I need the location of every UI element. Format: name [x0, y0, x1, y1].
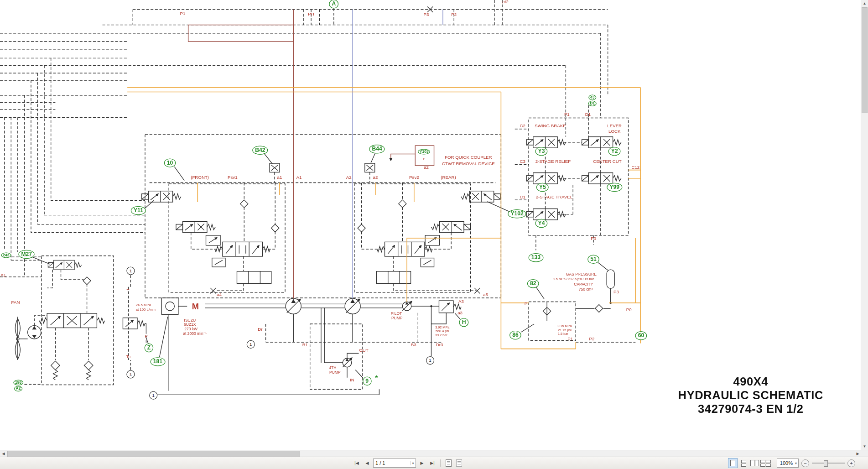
page-number-input[interactable] — [374, 460, 410, 466]
continuous-view-icon — [741, 460, 746, 467]
schematic-label-a1: A1 — [296, 176, 301, 180]
next-view-button[interactable] — [454, 459, 463, 468]
component-badge-y4: Y4 — [535, 219, 548, 228]
schematic-label-t: T — [126, 288, 129, 293]
schematic-label-1-5-mpa-217-5-psi-15-bar: 1.5 MPa / 217.5 psi / 15 bar — [553, 277, 594, 281]
page-number-field[interactable]: ▾ — [373, 459, 416, 468]
schematic-label-b3: B3 — [411, 343, 416, 347]
vertical-scrollbar[interactable]: ▲ ▼ — [861, 0, 868, 450]
last-page-button[interactable]: ▶| — [428, 459, 437, 468]
title-block: 490X4 HYDRAULIC SCHEMATIC 34279074-3 EN … — [678, 374, 823, 416]
continuous-view-button[interactable] — [739, 458, 748, 468]
schematic-label-1-5-bar: 1.5 bar — [558, 332, 568, 335]
component-badge-z: Z — [145, 344, 154, 352]
scroll-down-button[interactable]: ▼ — [861, 443, 868, 450]
component-badge-a: A — [329, 0, 338, 8]
page-navigation-group: |◀ ◀ ▾ ▶ ▶| — [352, 458, 463, 468]
single-page-icon — [730, 460, 735, 466]
component-badge-43: 43 — [588, 95, 596, 100]
schematic-label-a2: a2 — [424, 166, 429, 170]
first-page-button[interactable]: |◀ — [352, 459, 361, 468]
schematic-label-c3: C3 — [520, 160, 525, 164]
schematic-label-front: (FRONT) — [191, 176, 209, 180]
scroll-right-button[interactable]: ▶ — [854, 450, 861, 457]
two-page-icon-left — [750, 460, 754, 466]
previous-page-button[interactable]: ◀ — [363, 459, 372, 468]
scroll-left-button[interactable]: ◀ — [0, 450, 7, 457]
port-marker-1: 1 — [149, 391, 157, 399]
schematic-label-pump: PUMP — [391, 316, 403, 319]
component-badge-86: 86 — [509, 331, 521, 339]
component-badge-y103: Y103 — [418, 149, 430, 154]
schematic-label-tc: Tc — [126, 355, 131, 360]
two-page-continuous-view-button[interactable] — [761, 458, 770, 468]
vertical-scroll-thumb[interactable] — [862, 7, 868, 113]
zoom-out-button[interactable]: − — [801, 459, 809, 467]
schematic-label-c2: C2 — [520, 124, 525, 129]
zoom-dropdown-caret-icon[interactable]: ▾ — [795, 461, 797, 465]
schematic-label-m: M — [192, 302, 199, 310]
schematic-label-out: OUT — [359, 348, 369, 353]
schematic-label-270-kw: 270 kW — [184, 327, 198, 331]
schematic-label-swing-brake: SWING BRAKE — [535, 124, 566, 129]
component-badge-a2: A2 — [14, 386, 22, 391]
two-page-view-button[interactable] — [750, 458, 759, 468]
component-badge-181: 181 — [151, 357, 165, 366]
schematic-label-0-15-mpa: 0.15 MPa — [557, 324, 572, 328]
schematic-label-psv1: Psv1 — [228, 176, 238, 180]
schematic-label-fan: FAN — [11, 301, 20, 305]
port-marker-1: 1 — [126, 370, 135, 378]
zoom-slider[interactable] — [812, 459, 845, 468]
component-badge-b44: B44 — [369, 145, 385, 153]
page-dropdown-caret-icon[interactable]: ▾ — [410, 461, 416, 465]
component-badge-d1: D1 — [588, 101, 597, 106]
single-page-view-button[interactable] — [728, 458, 738, 468]
schematic-label-isuzu: ISUZU — [184, 318, 196, 322]
schematic-label-d1: D1 — [585, 112, 591, 117]
zoom-level-field[interactable]: 100% ▾ — [777, 459, 799, 468]
two-page-continuous-icon-right — [766, 460, 771, 467]
schematic-label-p: P — [525, 302, 527, 306]
schematic-label-3-92-mpa: 3.92 MPa — [435, 326, 449, 329]
schematic-label-c1: C1 — [520, 195, 525, 199]
next-page-button[interactable]: ▶ — [417, 459, 426, 468]
component-badge-82: 82 — [527, 279, 539, 288]
component-badge-51: 51 — [587, 255, 599, 264]
schematic-label-at-100-l-min: at 100 L/min — [135, 308, 155, 312]
schematic-label-p0: P0 — [591, 236, 596, 241]
horizontal-scrollbar[interactable]: ◀ ▶ — [0, 450, 868, 457]
previous-page-icon: ◀ — [366, 461, 369, 465]
model-number: 490X4 — [678, 374, 823, 388]
schematic-label-at-2000-min: at 2000 min⁻¹ — [183, 331, 207, 335]
scroll-right-icon: ▶ — [856, 452, 859, 456]
schematic-label-for-quick-coupler: FOR QUICK COUPLER — [445, 156, 492, 160]
zoom-out-icon: − — [804, 461, 806, 466]
schematic-label-p2: P2 — [589, 337, 595, 342]
schematic-label-p1: P1 — [180, 11, 186, 16]
schematic-label-24-5-mpa: 24.5 MPa — [135, 303, 151, 307]
component-badge-198: 198 — [13, 380, 23, 386]
horizontal-scroll-thumb[interactable] — [7, 451, 300, 457]
component-badge-10: 10 — [164, 158, 176, 167]
schematic-label-dr: Dr — [258, 327, 262, 332]
port-marker-1: 1 — [247, 340, 255, 349]
schematic-label-a4: a4 — [217, 293, 222, 297]
port-marker-1: 1 — [426, 356, 434, 365]
pdf-viewer-window: P1PHP3P2pt2(FRONT)Psv1a1A1A2a2Psv2(REAR)… — [0, 0, 868, 469]
schematic-label-39-2-bar: 39.2 bar — [435, 334, 447, 337]
schematic-label-a1: a1 — [277, 176, 282, 180]
zoom-slider-track[interactable] — [812, 463, 845, 464]
previous-view-button[interactable] — [444, 459, 453, 468]
schematic-label-a3: A3 — [458, 300, 464, 304]
schematic-label-psv2: Psv2 — [409, 176, 419, 180]
schematic-label-pt2: pt2 — [502, 0, 509, 5]
scroll-up-button[interactable]: ▲ — [861, 0, 868, 7]
schematic-label-p3: P3 — [613, 290, 619, 295]
schematic-label-p1: P1 — [564, 112, 570, 117]
schematic-label-21-75-psi: 21.75 psi — [558, 328, 572, 332]
schematic-label-4th: 4TH — [329, 366, 336, 370]
zoom-slider-thumb[interactable] — [824, 460, 828, 467]
zoom-in-button[interactable]: + — [847, 459, 855, 467]
schematic-label-lock: LOCK — [608, 130, 620, 134]
schematic-label-ph: PH — [308, 12, 314, 17]
